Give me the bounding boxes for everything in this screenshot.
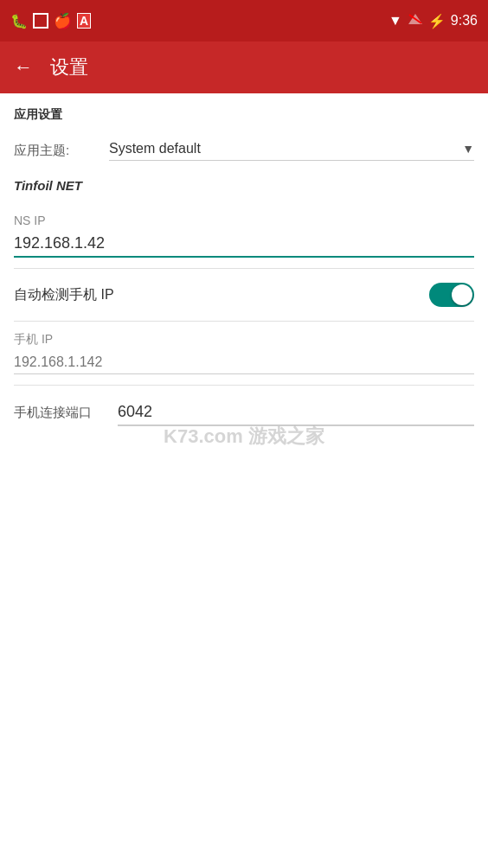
settings-content: 应用设置 应用主题: System default ▼ Tinfoil NET … xyxy=(0,93,488,430)
status-bar: 🐛 🍎 A ▼ ⚡ 9:36 xyxy=(0,0,488,41)
app-settings-header: 应用设置 xyxy=(14,107,474,123)
port-row: 手机连接端口 xyxy=(14,386,474,430)
phone-ip-label: 手机 IP xyxy=(14,332,474,348)
theme-label: 应用主题: xyxy=(14,143,109,159)
apple-icon: 🍎 xyxy=(54,12,72,30)
auto-detect-toggle[interactable] xyxy=(429,283,474,307)
status-time: 9:36 xyxy=(451,13,478,29)
signal-icon xyxy=(408,13,423,29)
ns-ip-row: NS IP xyxy=(14,203,474,261)
chevron-down-icon: ▼ xyxy=(462,142,474,156)
port-label: 手机连接端口 xyxy=(14,405,118,421)
status-bar-right-icons: ▼ ⚡ 9:36 xyxy=(388,13,478,29)
theme-value: System default xyxy=(109,141,462,156)
tinfoil-net-label: Tinfoil NET xyxy=(14,178,474,193)
battery-icon: ⚡ xyxy=(428,13,446,29)
port-input[interactable] xyxy=(118,399,474,426)
wifi-icon: ▼ xyxy=(388,13,402,29)
app-settings-section: 应用设置 应用主题: System default ▼ xyxy=(14,107,474,171)
auto-detect-row: 自动检测手机 IP xyxy=(14,269,474,321)
theme-dropdown[interactable]: System default ▼ xyxy=(109,141,474,161)
phone-ip-row: 手机 IP xyxy=(14,322,474,378)
ns-ip-label: NS IP xyxy=(14,214,474,227)
status-bar-left-icons: 🐛 🍎 A xyxy=(10,12,91,30)
auto-detect-label: 自动检测手机 IP xyxy=(14,286,429,304)
back-button[interactable]: ← xyxy=(14,56,33,79)
app-bar: ← 设置 xyxy=(0,41,488,93)
ns-ip-input[interactable] xyxy=(14,231,474,258)
phone-ip-input[interactable] xyxy=(14,351,474,374)
toggle-thumb xyxy=(452,284,472,305)
a-icon: A xyxy=(77,13,91,29)
theme-row: 应用主题: System default ▼ xyxy=(14,130,474,171)
square-icon xyxy=(33,13,48,29)
port-input-container xyxy=(118,399,474,426)
bug-icon: 🐛 xyxy=(10,13,28,29)
page-title: 设置 xyxy=(50,54,88,80)
